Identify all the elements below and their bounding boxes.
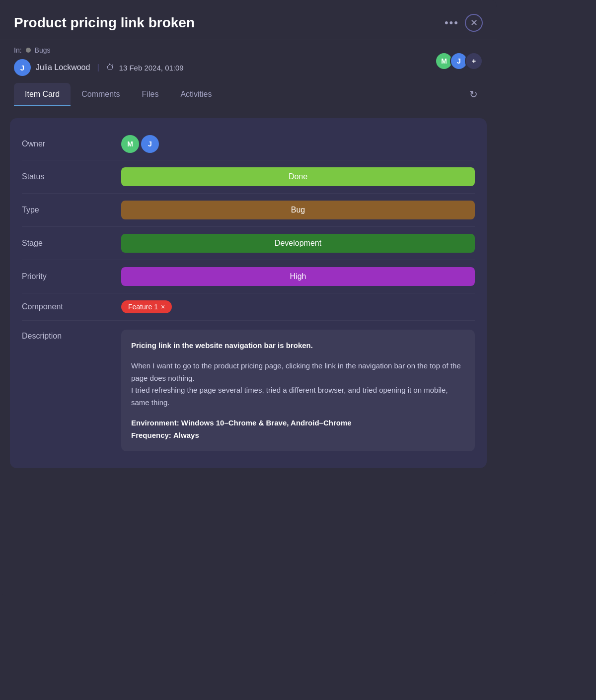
field-description: Description Pricing link in the website … [22,321,475,458]
tab-comments-label: Comments [81,90,120,98]
divider: | [97,63,99,72]
tab-item-card[interactable]: Item Card [14,83,71,106]
refresh-button[interactable]: ↻ [464,83,483,105]
avatar-group: M J + [438,52,483,70]
description-label: Description [22,330,121,341]
modal-title: Product pricing link broken [14,15,195,31]
description-bold: Pricing link in the website navigation b… [131,340,465,352]
subheader: In: Bugs J Julia Lockwood | ⏱ 13 Feb 202… [0,40,497,83]
modal-container: Product pricing link broken ••• ✕ In: Bu… [0,0,497,596]
tab-item-card-label: Item Card [25,90,60,98]
field-component: Component Feature 1 × [22,293,475,321]
timestamp: 13 Feb 2024, 01:09 [119,64,184,72]
tab-activities[interactable]: Activities [169,83,223,106]
tab-comments[interactable]: Comments [71,83,131,106]
priority-value: High [121,267,475,286]
tab-activities-label: Activities [180,90,212,98]
owner-label: Owner [22,140,121,148]
component-remove-icon[interactable]: × [161,303,165,311]
component-tag[interactable]: Feature 1 × [121,300,172,313]
content-area: Owner M J Status Done Type Bug [0,106,497,480]
type-badge[interactable]: Bug [121,201,475,219]
priority-label: Priority [22,272,121,281]
description-value: Pricing link in the website navigation b… [121,330,475,451]
field-stage: Stage Development [22,227,475,260]
item-card: Owner M J Status Done Type Bug [10,118,487,468]
breadcrumb: In: Bugs [14,46,184,54]
user-name: Julia Lockwood [36,63,90,72]
description-body: When I want to go to the product pricing… [131,360,465,409]
env-line: Environment: Windows 10–Chrome & Brave, … [131,417,465,429]
tab-files-label: Files [142,90,159,98]
more-button[interactable]: ••• [445,16,459,29]
owner-avatar-j[interactable]: J [141,135,159,153]
field-priority: Priority High [22,260,475,293]
stage-value: Development [121,234,475,253]
subheader-left: In: Bugs J Julia Lockwood | ⏱ 13 Feb 202… [14,46,184,76]
status-label: Status [22,172,121,181]
tabs-bar: Item Card Comments Files Activities ↻ [0,83,497,106]
freq-value: Always [173,431,199,439]
owner-avatar-m[interactable]: M [121,135,139,153]
type-value: Bug [121,201,475,219]
status-badge[interactable]: Done [121,167,475,186]
header-actions: ••• ✕ [445,14,483,32]
user-row: J Julia Lockwood | ⏱ 13 Feb 2024, 01:09 [14,59,184,76]
env-value: Windows 10–Chrome & Brave, Android–Chrom… [181,419,352,427]
breadcrumb-dot [26,48,31,53]
header: Product pricing link broken ••• ✕ [0,0,497,40]
breadcrumb-category: Bugs [35,46,51,54]
tab-files[interactable]: Files [131,83,170,106]
stage-label: Stage [22,239,121,248]
add-member-button[interactable]: + [465,52,483,70]
env-label: Environment: [131,419,179,427]
priority-badge[interactable]: High [121,267,475,286]
component-tag-text: Feature 1 [128,303,158,311]
in-label: In: [14,46,22,54]
description-box: Pricing link in the website navigation b… [121,330,475,451]
stage-badge[interactable]: Development [121,234,475,253]
user-avatar: J [14,59,31,76]
status-value: Done [121,167,475,186]
type-label: Type [22,206,121,214]
owner-value: M J [121,135,475,153]
subheader-right: M J + [438,52,483,70]
freq-line: Frequency: Always [131,429,465,442]
component-value: Feature 1 × [121,300,475,313]
field-status: Status Done [22,160,475,194]
field-owner: Owner M J [22,128,475,160]
component-label: Component [22,302,121,311]
description-env: Environment: Windows 10–Chrome & Brave, … [131,417,465,442]
freq-label: Frequency: [131,431,171,439]
field-type: Type Bug [22,194,475,227]
close-button[interactable]: ✕ [465,14,483,32]
time-icon: ⏱ [106,63,114,72]
